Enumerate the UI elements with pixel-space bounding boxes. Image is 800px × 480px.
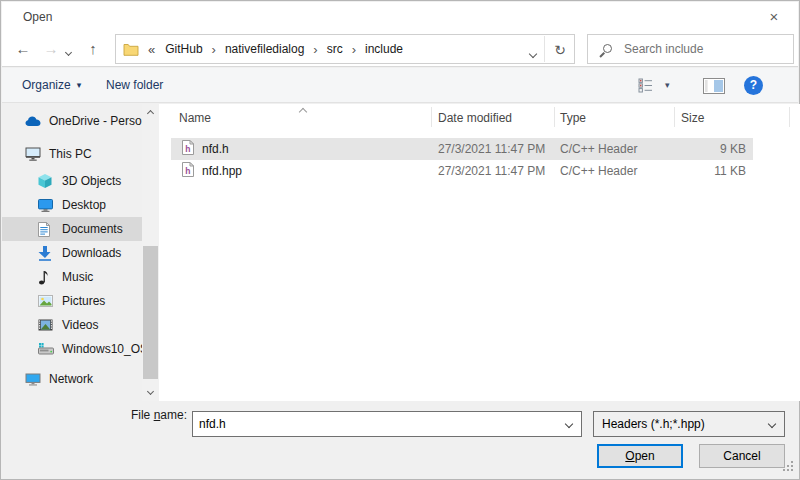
scrollbar-thumb[interactable] (143, 246, 158, 379)
file-date-modified: 27/3/2021 11:47 PM (431, 142, 554, 156)
navigation-bar: ← → ↑ « GitHub › nativefiledialog › src … (2, 31, 798, 67)
drive-icon (38, 343, 55, 355)
file-row-nfd-h[interactable]: h nfd.h 27/3/2021 11:47 PM C/C++ Header … (171, 138, 753, 160)
sidebar-item-this-pc[interactable]: This PC (2, 142, 142, 166)
sidebar-item-network[interactable]: Network (2, 367, 142, 391)
file-type-value: Headers (*.h;*.hpp) (594, 417, 760, 431)
scroll-down-icon[interactable] (142, 385, 159, 401)
sidebar-item-windows10-os[interactable]: Windows10_OS ( (2, 337, 142, 361)
search-input[interactable] (624, 36, 789, 62)
sidebar-item-videos[interactable]: Videos (2, 313, 142, 337)
open-button[interactable]: Open (597, 444, 683, 468)
video-icon (38, 319, 55, 331)
up-icon[interactable]: ↑ (82, 40, 104, 57)
organize-dropdown-icon: ▾ (77, 80, 82, 90)
file-name: nfd.h (202, 142, 229, 156)
command-toolbar: Organize ▾ New folder ▾ ? (2, 68, 798, 103)
cpp-header-file-icon: h (182, 162, 194, 180)
breadcrumb-segment-include[interactable]: include (363, 42, 405, 56)
music-icon (38, 270, 55, 285)
file-name-dropdown-chevron-icon[interactable] (557, 412, 581, 436)
file-name-label: File name: (97, 408, 187, 422)
column-header-type[interactable]: Type (554, 111, 674, 125)
breadcrumb-segment-github[interactable]: GitHub (163, 42, 204, 56)
desktop-icon (38, 199, 55, 212)
new-folder-button[interactable]: New folder (106, 68, 163, 102)
breadcrumb-separator-icon[interactable]: › (205, 42, 223, 57)
scroll-up-icon[interactable] (142, 104, 159, 120)
sidebar-item-3d-objects[interactable]: 3D Objects (2, 169, 142, 193)
resize-grip[interactable] (782, 460, 794, 475)
sidebar-item-documents[interactable]: Documents (2, 217, 142, 241)
picture-icon (38, 295, 55, 307)
dialog-footer: File name: Headers (*.h;*.hpp) Open Canc… (2, 401, 798, 478)
organize-button[interactable]: Organize ▾ (22, 68, 81, 102)
address-dropdown-chevron-icon[interactable] (530, 46, 536, 60)
title-bar: Open × (2, 2, 798, 31)
sidebar-item-desktop[interactable]: Desktop (2, 193, 142, 217)
breadcrumb-overflow-chevron[interactable]: « (148, 42, 155, 57)
breadcrumb-segment-src[interactable]: src (325, 42, 345, 56)
cpp-header-file-icon: h (182, 140, 194, 158)
column-divider[interactable] (554, 107, 555, 127)
address-divider (544, 36, 545, 62)
onedrive-icon (25, 116, 42, 127)
forward-icon[interactable]: → (40, 40, 62, 57)
breadcrumb-separator-icon[interactable]: › (306, 42, 324, 57)
document-icon (38, 222, 55, 237)
sidebar-item-downloads[interactable]: Downloads (2, 241, 142, 265)
cancel-button[interactable]: Cancel (699, 444, 785, 468)
column-divider[interactable] (789, 107, 790, 127)
close-icon[interactable]: × (760, 6, 788, 28)
column-divider[interactable] (431, 107, 432, 127)
sidebar-item-pictures[interactable]: Pictures (2, 289, 142, 313)
back-icon[interactable]: ← (12, 40, 34, 57)
download-icon (38, 246, 55, 261)
views-dropdown-icon[interactable]: ▾ (665, 68, 670, 102)
svg-text:h: h (185, 144, 190, 154)
open-file-dialog: Open × ← → ↑ « GitHub › nativefiledialog… (0, 0, 800, 480)
breadcrumb-segment-nativefiledialog[interactable]: nativefiledialog (223, 42, 306, 56)
refresh-icon[interactable]: ↻ (547, 38, 573, 62)
file-size: 9 KB (674, 142, 746, 156)
file-type: C/C++ Header (554, 164, 674, 178)
column-header-size[interactable]: Size (674, 111, 746, 125)
file-type-combobox[interactable]: Headers (*.h;*.hpp) (593, 411, 785, 437)
help-icon[interactable]: ? (744, 76, 763, 95)
file-name-input[interactable] (193, 413, 557, 435)
navigation-sidebar: OneDrive - Person This PC 3D Objects Des… (2, 104, 159, 401)
address-bar[interactable]: « GitHub › nativefiledialog › src › incl… (115, 34, 575, 64)
column-divider[interactable] (674, 107, 675, 127)
sidebar-scrollbar[interactable] (142, 104, 159, 401)
file-name: nfd.hpp (202, 164, 242, 178)
change-view-icon[interactable] (638, 78, 659, 96)
svg-text:h: h (185, 166, 190, 176)
search-box (587, 34, 794, 64)
sidebar-item-music[interactable]: Music (2, 265, 142, 289)
computer-icon (25, 147, 42, 161)
file-size: 11 KB (674, 164, 746, 178)
recent-locations-chevron-icon[interactable] (66, 44, 71, 58)
file-row-nfd-hpp[interactable]: h nfd.hpp 27/3/2021 11:47 PM C/C++ Heade… (171, 160, 753, 182)
cube-icon (38, 174, 55, 188)
file-list-header: Name Date modified Type Size (171, 105, 753, 130)
folder-icon (123, 43, 139, 56)
column-header-date-modified[interactable]: Date modified (431, 111, 554, 125)
dialog-title: Open (23, 10, 52, 24)
preview-pane-icon[interactable] (703, 78, 725, 97)
file-date-modified: 27/3/2021 11:47 PM (431, 164, 554, 178)
breadcrumb-separator-icon[interactable]: › (345, 42, 363, 57)
search-icon (603, 44, 612, 53)
file-type-dropdown-chevron-icon (760, 412, 784, 436)
network-icon (25, 373, 42, 386)
file-name-combobox (192, 411, 582, 437)
sidebar-item-onedrive[interactable]: OneDrive - Person (2, 109, 142, 133)
file-type: C/C++ Header (554, 142, 674, 156)
